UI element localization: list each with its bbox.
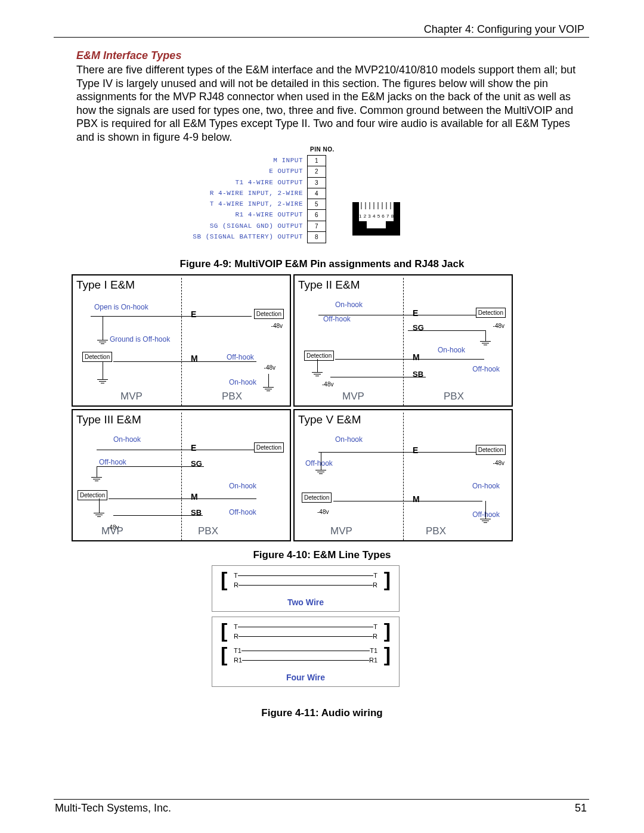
- open-on-hook-label: Open is On-hook: [94, 303, 148, 312]
- m-line: [333, 501, 482, 501]
- detection-box: Detection: [476, 445, 506, 455]
- pin-label: R1 4-WIRE OUTPUT: [235, 210, 303, 219]
- figure-4-11: [ ] T T R R Two Wire [ ] T T R R [ ] T1: [212, 565, 400, 692]
- minus-48v: -48v: [322, 380, 333, 388]
- sg-label: SG: [413, 323, 424, 333]
- pbx-label: PBX: [444, 390, 464, 403]
- on-hook: On-hook: [335, 435, 363, 445]
- m-line: [109, 498, 256, 499]
- footer-rule: [54, 799, 589, 800]
- pin-num: 7: [308, 221, 326, 232]
- on-hook: On-hook: [472, 482, 500, 491]
- detection-box: Detection: [254, 309, 284, 319]
- section-heading: E&M Interface Types: [76, 49, 181, 63]
- pin-label: T 4-WIRE INPUT, 2-WIRE: [210, 200, 303, 208]
- on-hook: On-hook: [335, 301, 363, 310]
- off-hook: Off-hook: [472, 365, 500, 374]
- t-label: T: [373, 571, 377, 580]
- two-wire-caption: Two Wire: [221, 596, 391, 608]
- tr-pair: [ ] T T R R: [221, 572, 391, 593]
- minus-48v: -48v: [493, 459, 504, 467]
- ground-icon: [312, 372, 323, 376]
- type-3-panel: Type III E&M On-hook E Detection Off-hoo…: [72, 409, 291, 541]
- mvp-label: MVP: [330, 525, 352, 538]
- pin-num: 4: [308, 188, 326, 199]
- detection-box: Detection: [476, 308, 506, 318]
- body-paragraph: There are five different types of the E&…: [76, 63, 586, 144]
- two-wire-box: [ ] T T R R Two Wire: [212, 565, 400, 612]
- pbx-label: PBX: [426, 525, 446, 538]
- mvp-label: MVP: [101, 525, 123, 538]
- pin-label: E OUTPUT: [269, 167, 303, 175]
- sg-label: SG: [191, 459, 202, 469]
- r-label: R: [373, 632, 377, 640]
- t1-label: T1: [234, 646, 242, 655]
- e-label: E: [191, 309, 196, 320]
- bracket-left-icon: [: [221, 570, 227, 588]
- pin-number-header: PIN NO.: [310, 145, 335, 153]
- m-label: M: [413, 352, 420, 363]
- vline: [103, 316, 103, 340]
- detection-box: Detection: [302, 493, 332, 503]
- vline: [97, 466, 97, 477]
- ground-icon: [263, 387, 274, 391]
- pin-num: 6: [308, 210, 326, 221]
- off-hook: Off-hook: [227, 353, 254, 363]
- page-number: 51: [575, 801, 587, 815]
- panel-title: Type II E&M: [298, 278, 360, 293]
- r1-label: R1: [234, 656, 242, 664]
- off-hook: Off-hook: [323, 315, 351, 324]
- e-label: E: [413, 445, 418, 456]
- t1r1-pair: [ ] T1 T1 R1 R1: [221, 647, 391, 668]
- m-label: M: [191, 353, 198, 364]
- vline: [99, 498, 100, 513]
- pin-num: 3: [308, 178, 326, 188]
- m-label: M: [191, 491, 198, 502]
- bracket-left-icon: [: [221, 645, 227, 663]
- type-2-panel: Type II E&M On-hook Off-hook E Detection…: [293, 274, 513, 407]
- type-5-panel: Type V E&M On-hook E Detection -48v Off-…: [293, 409, 513, 541]
- type-1-panel: Type I E&M Open is On-hook E Detection -…: [72, 274, 291, 407]
- pin-num: 2: [308, 166, 326, 177]
- sb-label: SB: [413, 370, 423, 380]
- bracket-right-icon: ]: [384, 570, 391, 588]
- pin-number-table: 1 2 3 4 5 6 7 8: [307, 155, 326, 243]
- vline: [321, 452, 321, 470]
- svg-text:1 2 3 4 5 6 7 8: 1 2 3 4 5 6 7 8: [359, 213, 394, 219]
- figure-caption-4-10: Figure 4-10: E&M Line Types: [0, 549, 644, 562]
- mvp-label: MVP: [120, 390, 143, 403]
- minus-48v: -48v: [493, 322, 504, 330]
- pin-label: M INPUT: [273, 156, 303, 165]
- e-label: E: [413, 308, 418, 318]
- ground-icon: [91, 477, 102, 481]
- vline: [268, 374, 269, 387]
- figure-caption-4-11: Figure 4-11: Audio wiring: [0, 707, 644, 720]
- four-wire-caption: Four Wire: [221, 671, 391, 683]
- mvp-label: MVP: [342, 390, 364, 403]
- panel-title: Type I E&M: [76, 278, 135, 293]
- t-label: T: [234, 623, 238, 631]
- chapter-header: Chapter 4: Configuring your VOIP: [424, 23, 584, 36]
- panel-title: Type V E&M: [298, 413, 361, 428]
- minus-48v: -48v: [264, 364, 275, 371]
- sb-label: SB: [191, 508, 202, 518]
- bracket-right-icon: ]: [384, 621, 391, 639]
- divider-dashed: [181, 413, 182, 540]
- ground-icon: [480, 341, 491, 345]
- e-line: [97, 450, 258, 450]
- vline: [103, 361, 103, 379]
- off-hook: Off-hook: [229, 508, 256, 518]
- m-label: M: [413, 494, 420, 504]
- pin-label: SB (SIGNAL BATTERY) OUTPUT: [193, 233, 303, 241]
- figure-caption-4-9: Figure 4-9: MultiVOIP E&M Pin assignment…: [0, 258, 644, 271]
- pin-labels: M INPUT E OUTPUT T1 4-WIRE OUTPUT R 4-WI…: [116, 155, 304, 242]
- divider-dashed: [403, 278, 404, 405]
- bracket-right-icon: ]: [384, 645, 391, 663]
- ground-icon: [97, 379, 108, 383]
- pin-label: SG (SIGNAL GND) OUTPUT: [210, 222, 303, 230]
- svg-rect-2: [367, 221, 386, 228]
- m-line: [335, 359, 484, 360]
- detection-box: Detection: [78, 490, 107, 500]
- r-label: R: [234, 632, 239, 640]
- pin-label: R 4-WIRE INPUT, 2-WIRE: [210, 189, 303, 197]
